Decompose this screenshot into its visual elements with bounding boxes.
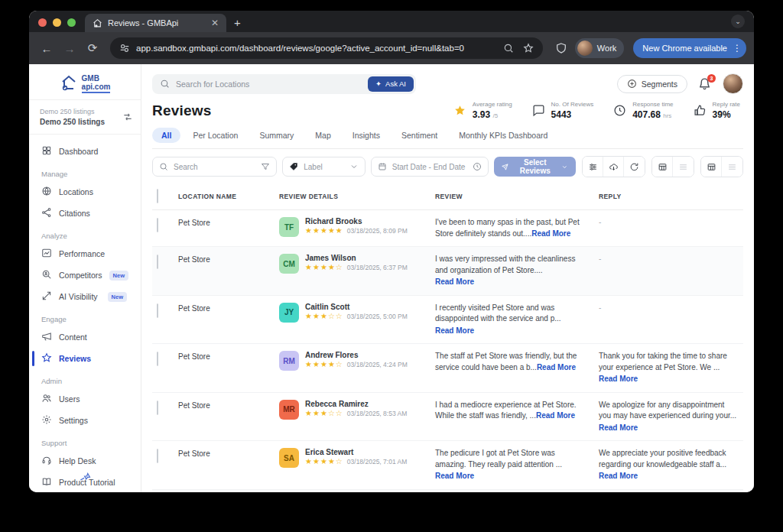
stat-label: Reply rate	[713, 101, 740, 108]
sidebar-item-locations[interactable]: Locations	[29, 181, 141, 203]
sliders-icon[interactable]	[583, 157, 603, 177]
history-clock-icon[interactable]	[473, 162, 482, 171]
profile-chip[interactable]: Work	[575, 38, 624, 58]
tab-all[interactable]: All	[152, 128, 180, 143]
sidebar-item-reviews[interactable]: Reviews	[29, 348, 141, 369]
account-switcher[interactable]: Demo 250 listings Demo 250 listings	[29, 100, 141, 135]
user-avatar[interactable]	[723, 73, 743, 94]
notifications-button[interactable]: 3	[698, 77, 712, 91]
row-checkbox[interactable]	[157, 255, 158, 269]
tab-map[interactable]: Map	[306, 128, 340, 143]
read-more-link[interactable]: Read More	[531, 229, 570, 238]
tab-sentiment[interactable]: Sentiment	[392, 128, 447, 143]
cloud-down-icon[interactable]	[603, 157, 624, 177]
read-more-link[interactable]: Read More	[537, 363, 576, 371]
review-tabs: AllPer LocationSummaryMapInsightsSentime…	[152, 128, 743, 149]
sidebar-item-dashboard[interactable]: Dashboard	[29, 141, 141, 162]
sidebar-item-ai-visibility[interactable]: AI VisibilityNew	[29, 286, 141, 307]
table-icon[interactable]	[652, 157, 673, 177]
read-more-link[interactable]: Read More	[435, 326, 588, 337]
gmbapi-logo[interactable]: GMB api.com	[60, 73, 111, 92]
sidebar-section-label: Support	[29, 431, 141, 450]
sidebar-item-content[interactable]: Content	[29, 326, 141, 348]
url-bar[interactable]: app.sandbox.gmbapi.com/dashboard/reviews…	[110, 37, 543, 59]
read-more-link[interactable]: Read More	[599, 471, 739, 482]
tab-insights[interactable]: Insights	[343, 128, 389, 143]
select-reviews-button[interactable]: Select Reviews	[494, 157, 576, 177]
star-rating: ★★★★★	[305, 227, 343, 235]
read-more-link[interactable]: Read More	[599, 423, 739, 434]
browser-tab[interactable]: Reviews - GMBApi ✕	[85, 14, 226, 32]
row-checkbox[interactable]	[157, 401, 158, 415]
reply-text: We apologize for any disappointment you …	[599, 401, 736, 420]
list-icon[interactable]	[722, 157, 742, 177]
select-all-checkbox[interactable]	[157, 189, 158, 203]
stat-reply-rate: Reply rate39%	[694, 101, 740, 120]
table-row[interactable]: Pet Store SA Erica Stewart ★★★★☆ 03/18/2…	[152, 441, 743, 490]
dashboard-icon	[41, 145, 52, 157]
back-button[interactable]: ←	[37, 42, 57, 55]
list-icon[interactable]	[673, 157, 694, 177]
row-checkbox[interactable]	[157, 352, 158, 366]
page-title: Reviews	[152, 102, 211, 119]
table-row[interactable]: Pet Store JY Caitlin Scott ★★★☆☆ 03/18/2…	[152, 296, 743, 345]
location-name-cell: Pet Store	[178, 254, 279, 264]
sidebar-item-users[interactable]: Users	[29, 388, 141, 410]
tab-summary[interactable]: Summary	[250, 128, 303, 143]
segments-button[interactable]: Segments	[617, 75, 687, 93]
location-search-input[interactable]: Search for Locations ✦ Ask AI	[152, 74, 416, 94]
close-window-button[interactable]	[38, 18, 47, 27]
competitors-icon	[41, 269, 52, 281]
row-checkbox[interactable]	[157, 303, 158, 318]
refresh-icon[interactable]	[624, 157, 645, 177]
read-more-link[interactable]: Read More	[435, 277, 588, 288]
tab-search-chevron-icon[interactable]: ⌄	[731, 15, 745, 28]
users-icon	[41, 393, 52, 405]
swap-account-icon[interactable]	[122, 112, 133, 122]
minimize-window-button[interactable]	[53, 18, 61, 27]
table-row[interactable]: Pet Store RM Andrew Flores ★★★★☆ 03/18/2…	[152, 344, 743, 393]
sidebar-pin-button[interactable]	[29, 472, 141, 483]
row-checkbox[interactable]	[157, 449, 158, 463]
bookmark-star-icon[interactable]	[523, 43, 534, 54]
tab-close-icon[interactable]: ✕	[211, 18, 219, 28]
reload-button[interactable]: ⟳	[83, 41, 102, 55]
review-date: 03/18/2025, 6:37 PM	[347, 264, 408, 271]
read-more-link[interactable]: Read More	[435, 471, 588, 482]
sidebar-item-settings[interactable]: Settings	[29, 410, 141, 431]
new-tab-button[interactable]: +	[226, 16, 250, 32]
browser-menu-icon[interactable]: ⋮	[733, 43, 742, 54]
new-chrome-available-button[interactable]: New Chrome available ⋮	[633, 38, 746, 58]
table-row[interactable]: Pet Store TF Richard Brooks ★★★★★ 03/18/…	[152, 210, 743, 247]
label-select[interactable]: Label	[282, 157, 366, 177]
new-chrome-label: New Chrome available	[642, 44, 727, 53]
read-more-link[interactable]: Read More	[599, 374, 739, 385]
reply-cell: We apologize for any disappointment you …	[599, 400, 743, 434]
tab-per-location[interactable]: Per Location	[184, 128, 247, 143]
sidebar-item-competitors[interactable]: CompetitorsNew	[29, 264, 141, 286]
sidebar-item-label: AI Visibility	[59, 292, 98, 301]
forward-button[interactable]: →	[60, 42, 80, 55]
search-in-page-icon[interactable]	[503, 43, 514, 54]
site-settings-icon[interactable]	[119, 43, 130, 54]
header-review-details: REVIEW DETAILS	[279, 193, 435, 200]
table-icon[interactable]	[701, 157, 722, 177]
sidebar-item-performance[interactable]: Performance	[29, 243, 141, 264]
tab-monthly-kpis-dashboard[interactable]: Monthly KPIs Dashboard	[450, 128, 557, 143]
table-row[interactable]: Pet Store CM James Wilson ★★★★☆ 03/18/20…	[152, 247, 743, 296]
read-more-link[interactable]: Read More	[536, 411, 575, 420]
star-rating: ★★★★☆	[305, 264, 343, 271]
table-row[interactable]: Pet Store MR Rebecca Ramirez ★★★☆☆ 03/18…	[152, 393, 743, 442]
reply-cell: -	[599, 217, 743, 229]
date-range-picker[interactable]: Start Date - End Date	[371, 157, 489, 177]
sidebar-item-help-desk[interactable]: Help Desk	[29, 450, 141, 472]
review-search-input[interactable]: Search	[152, 157, 277, 177]
table-row[interactable]: Pet Store SP Andrew Flores ★★★☆☆ 03/18/2…	[152, 490, 743, 493]
sidebar-item-citations[interactable]: Citations	[29, 203, 141, 224]
extension-icon[interactable]	[555, 42, 567, 54]
maximize-window-button[interactable]	[67, 18, 76, 27]
row-checkbox[interactable]	[157, 218, 158, 232]
reply-cell: -	[599, 254, 743, 265]
ask-ai-button[interactable]: ✦ Ask AI	[368, 76, 414, 92]
filter-funnel-icon[interactable]	[261, 162, 270, 171]
